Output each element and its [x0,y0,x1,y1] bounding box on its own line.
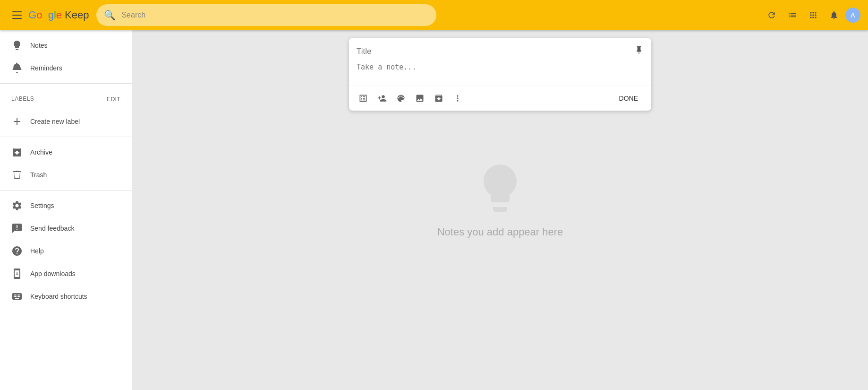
add-image-button[interactable] [411,90,428,107]
search-placeholder: Search [121,11,145,19]
search-icon: 🔍 [104,9,116,21]
notifications-button[interactable] [825,6,843,25]
lightbulb-icon [11,40,23,51]
sidebar-item-help[interactable]: Help [0,240,124,262]
empty-state: Notes you add appear here [140,122,860,257]
background-button[interactable] [392,90,409,107]
keyboard-icon [11,291,23,302]
app-header: Google Keep 🔍 Search A [0,0,868,30]
sidebar-item-archive[interactable]: Archive [0,141,124,164]
app-downloads-label: App downloads [30,270,76,277]
collaborator-button[interactable] [374,90,391,107]
done-button[interactable]: DONE [612,91,646,106]
sidebar-divider-3 [0,190,132,191]
note-card-header [349,38,651,61]
sidebar-item-reminders[interactable]: Reminders [0,57,124,79]
logo-google-text: Google [28,9,62,21]
archive-note-button[interactable] [430,90,447,107]
app-downloads-icon [11,268,23,279]
trash-icon [11,169,23,181]
note-body-input[interactable] [357,63,644,80]
list-view-button[interactable] [783,6,802,25]
hamburger-icon [12,11,22,19]
palette-icon [396,94,406,103]
feedback-icon [11,223,23,234]
logo: Google Keep [28,9,89,21]
create-label-text: Create new label [30,118,80,125]
trash-label: Trash [30,171,47,179]
sidebar: Notes Reminders Labels EDIT Create new l… [0,30,132,390]
main-layout: Notes Reminders Labels EDIT Create new l… [0,30,868,390]
logo-keep-text: Keep [65,9,89,21]
note-body [349,61,651,86]
header-actions: A [762,6,860,25]
more-button[interactable] [449,90,466,107]
checklist-button[interactable] [355,90,372,107]
refresh-button[interactable] [762,6,781,25]
notes-label: Notes [30,42,48,49]
archive-label: Archive [30,148,52,156]
sidebar-divider-2 [0,137,132,137]
apps-icon [808,10,818,20]
sidebar-item-app-downloads[interactable]: App downloads [0,262,124,285]
empty-state-icon [472,160,528,218]
keyboard-shortcuts-label: Keyboard shortcuts [30,293,87,300]
search-bar[interactable]: 🔍 Search [96,4,436,26]
help-label: Help [30,247,44,255]
pin-icon [634,45,644,55]
sidebar-item-trash[interactable]: Trash [0,164,124,186]
archive-note-icon [434,94,443,103]
send-feedback-label: Send feedback [30,225,74,232]
add-label-icon [11,116,23,127]
pin-button[interactable] [634,45,644,57]
note-editor-card: DONE [349,38,651,111]
edit-labels-button[interactable]: EDIT [106,95,120,103]
checklist-icon [358,94,368,103]
archive-icon [11,147,23,158]
labels-heading: Labels [11,95,34,102]
sidebar-item-keyboard-shortcuts[interactable]: Keyboard shortcuts [0,285,124,308]
list-view-icon [788,10,797,20]
empty-state-message: Notes you add appear here [437,226,563,238]
settings-label: Settings [30,202,54,209]
menu-button[interactable] [8,6,26,25]
settings-icon [11,200,23,211]
labels-header: Labels EDIT [0,87,132,110]
help-icon [11,245,23,257]
apps-button[interactable] [804,6,823,25]
sidebar-item-create-label[interactable]: Create new label [0,110,124,133]
note-toolbar: DONE [349,86,651,111]
reminders-label: Reminders [30,64,62,72]
sidebar-item-send-feedback[interactable]: Send feedback [0,217,124,240]
sidebar-item-notes[interactable]: Notes [0,34,124,57]
person-add-icon [377,94,387,103]
note-title-input[interactable] [357,47,634,56]
reminders-icon [11,62,23,74]
refresh-icon [767,10,776,20]
main-content: DONE Notes you add appear here [132,30,868,390]
avatar[interactable]: A [845,8,860,23]
sidebar-divider-1 [0,83,132,84]
bell-icon [829,10,839,20]
image-icon [415,94,425,103]
more-icon [453,94,462,103]
sidebar-item-settings[interactable]: Settings [0,194,124,217]
